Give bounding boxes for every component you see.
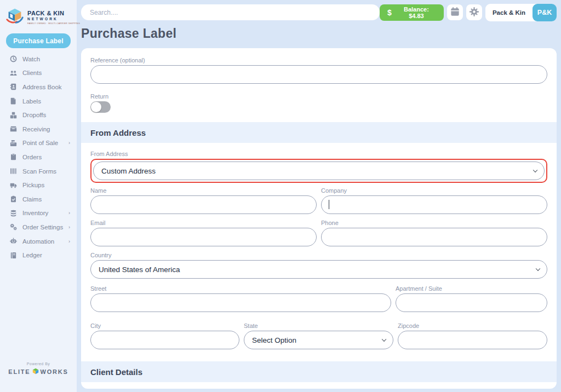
settings-button[interactable] [466, 4, 482, 20]
document-icon [10, 97, 17, 105]
sidebar-item-clients[interactable]: Clients [0, 66, 77, 80]
main-area: $ Balance: $4.83 Pack & Kin P&K Purchase… [77, 0, 561, 392]
street-label: Street [90, 285, 391, 292]
brand-name: PACK & KIN [27, 10, 80, 16]
brand-box-icon [4, 5, 25, 29]
sidebar-item-inventory[interactable]: Inventory › [0, 206, 77, 221]
from-address-label: From Address [90, 151, 547, 157]
sidebar-item-order-settings[interactable]: Order Settings › [0, 220, 77, 234]
name-label: Name [90, 187, 317, 194]
state-label: State [244, 322, 393, 329]
company-label: Company [321, 187, 547, 194]
country-select[interactable]: United States of America [90, 260, 547, 279]
boxes-icon [10, 112, 17, 119]
street-input[interactable] [90, 293, 391, 312]
name-input[interactable] [90, 195, 317, 214]
country-label: Country [90, 252, 547, 258]
barcode-icon [10, 168, 17, 175]
sidebar-item-watch[interactable]: Watch [0, 52, 77, 66]
open-box-icon [10, 125, 17, 132]
sidebar-item-claims[interactable]: Claims [0, 192, 77, 206]
calendar-icon [450, 7, 460, 19]
powered-by-block: Powered By ELITE WORKS [0, 362, 77, 376]
avatar: P&K [533, 4, 557, 21]
address-book-icon [10, 83, 17, 90]
truck-icon [10, 182, 17, 189]
chevron-down-icon [533, 168, 537, 172]
elite-works-logo: ELITE WORKS [0, 368, 77, 376]
balance-button[interactable]: $ Balance: $4.83 [380, 4, 444, 21]
purchase-label-button[interactable]: Purchase Label [6, 33, 71, 48]
account-menu[interactable]: Pack & Kin P&K [485, 4, 557, 21]
email-input[interactable] [90, 228, 317, 246]
from-address-highlight: Custom Address [90, 159, 547, 183]
apartment-input[interactable] [396, 293, 547, 312]
state-select[interactable]: Select Option [244, 331, 393, 349]
sidebar-item-automation[interactable]: Automation › [0, 234, 77, 249]
city-input[interactable] [90, 331, 239, 349]
phone-input[interactable] [321, 228, 547, 246]
gears-icon [10, 223, 17, 230]
sidebar-item-orders[interactable]: Orders [0, 150, 77, 164]
account-name: Pack & Kin [485, 9, 533, 16]
topbar: $ Balance: $4.83 Pack & Kin P&K [81, 0, 557, 25]
book-icon [10, 252, 17, 259]
reference-label: Reference (optional) [90, 57, 547, 64]
search-input[interactable] [81, 4, 380, 20]
city-label: City [90, 322, 239, 329]
users-icon [10, 70, 17, 77]
company-input[interactable] [321, 195, 547, 214]
zipcode-label: Zipcode [398, 322, 547, 329]
chevron-right-icon: › [68, 224, 70, 230]
gear-icon [469, 7, 479, 19]
chevron-right-icon: › [68, 239, 70, 244]
dollar-icon: $ [387, 8, 392, 17]
chevron-down-icon [382, 337, 386, 342]
sidebar-item-address-book[interactable]: Address Book [0, 80, 77, 94]
clipboard-icon [10, 153, 17, 160]
calendar-button[interactable] [447, 4, 463, 20]
clock-icon [10, 55, 17, 62]
chevron-right-icon: › [68, 210, 70, 216]
email-label: Email [90, 220, 317, 226]
robot-icon [10, 238, 17, 245]
purchase-label-form: Reference (optional) Return From Address… [81, 48, 557, 389]
toggle-knob [91, 102, 101, 112]
sidebar-item-pickups[interactable]: Pickups [0, 178, 77, 192]
sidebar-item-receiving[interactable]: Receiving [0, 122, 77, 136]
sidebar-nav: Watch Clients Address Book Labels Dropof… [0, 52, 77, 262]
reference-input[interactable] [90, 65, 547, 84]
brand-logo: PACK & KIN NETWORK FAMILY OWNED · MULTI-… [0, 0, 77, 32]
sidebar-item-labels[interactable]: Labels [0, 94, 77, 108]
brand-tagline: FAMILY OWNED · MULTI-CARRIER SHIPPING [27, 22, 80, 25]
powered-by-label: Powered By [0, 362, 77, 366]
sidebar-item-point-of-sale[interactable]: Point of Sale › [0, 136, 77, 151]
sidebar-item-ledger[interactable]: Ledger [0, 248, 77, 262]
chevron-down-icon [536, 267, 540, 271]
zipcode-input[interactable] [398, 331, 547, 349]
page-title: Purchase Label [81, 26, 557, 41]
from-address-section-header: From Address [81, 122, 557, 143]
client-details-section-header: Client Details [81, 361, 557, 382]
cash-register-icon [10, 140, 17, 147]
app-window: PACK & KIN NETWORK FAMILY OWNED · MULTI-… [0, 0, 561, 392]
brand-subname: NETWORK [27, 17, 80, 21]
sidebar: PACK & KIN NETWORK FAMILY OWNED · MULTI-… [0, 0, 77, 392]
phone-label: Phone [321, 220, 547, 226]
chevron-right-icon: › [68, 140, 70, 146]
from-address-select[interactable]: Custom Address [93, 162, 545, 180]
elite-cube-icon [32, 368, 39, 376]
return-label: Return [90, 93, 547, 100]
clipboard-check-icon [10, 195, 17, 203]
text-cursor [329, 200, 329, 209]
apartment-label: Apartment / Suite [396, 285, 547, 292]
database-icon [10, 210, 17, 217]
return-toggle[interactable] [90, 101, 111, 113]
sidebar-item-dropoffs[interactable]: Dropoffs [0, 108, 77, 122]
sidebar-item-scan-forms[interactable]: Scan Forms [0, 164, 77, 178]
balance-label: Balance: $4.83 [397, 6, 436, 19]
